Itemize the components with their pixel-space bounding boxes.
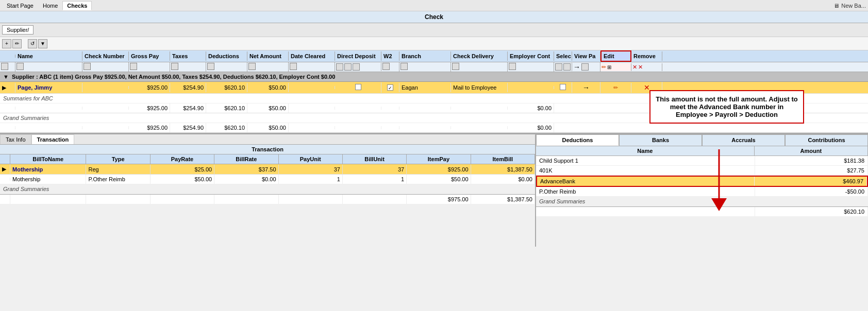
col-edit[interactable]: Edit — [600, 50, 631, 62]
filter-dd-icon1 — [336, 63, 343, 71]
col-expand — [0, 55, 15, 58]
transaction-grand-values: $975.00 $1,387.50 — [0, 194, 535, 204]
row-view[interactable]: → — [572, 82, 600, 93]
filter-direct-deposit[interactable] — [335, 63, 381, 71]
filter-taxes[interactable] — [170, 62, 206, 72]
col-direct-deposit[interactable]: Direct Deposit — [335, 51, 381, 61]
edit-pencil-icon[interactable]: ✏ — [602, 64, 606, 71]
svg-marker-1 — [711, 198, 727, 211]
filter-employer-cont[interactable] — [508, 62, 554, 72]
filter-name[interactable] — [15, 62, 82, 72]
direct-deposit-checkbox[interactable] — [355, 84, 361, 90]
col-name[interactable]: Name — [15, 51, 82, 61]
remove-x2-icon[interactable]: ✕ — [638, 64, 643, 71]
row-taxes: $254.90 — [170, 83, 206, 92]
add-icon[interactable]: + — [2, 39, 11, 48]
filter-net-amount[interactable] — [247, 62, 289, 72]
right-tab-accruals[interactable]: Accruals — [702, 134, 785, 146]
filter-dd-icon3 — [353, 63, 360, 71]
filter-ec-icon — [509, 63, 516, 70]
right-row-1[interactable]: Child Support 1 $181.38 — [536, 156, 868, 166]
remove-x-icon[interactable]: ✕ — [632, 64, 637, 71]
tab-tax-info[interactable]: Tax Info — [0, 134, 31, 144]
row-check-delivery: Mail to Employee — [451, 83, 508, 92]
tab-transaction[interactable]: Transaction — [31, 134, 75, 144]
col-gross-pay[interactable]: Gross Pay — [129, 51, 170, 61]
filter-w2-icon — [382, 63, 390, 70]
filter-gross-pay[interactable] — [129, 62, 170, 72]
tr1-type: Reg — [86, 165, 150, 174]
col-net-amount[interactable]: Net Amount — [247, 51, 289, 61]
filter-branch[interactable] — [399, 62, 451, 72]
view-arrow-icon: → — [582, 83, 590, 92]
col-employer-cont[interactable]: Employer Cont — [508, 51, 554, 61]
transaction-row-1[interactable]: ▶ Mothership Reg $25.00 $37.50 37 37 $92… — [0, 164, 535, 175]
rr2-amount: $27.75 — [755, 166, 868, 175]
col-date-cleared[interactable]: Date Cleared — [289, 51, 335, 61]
main-toolbar: + ✏ ↺ ▼ — [0, 37, 868, 50]
th-item-bill[interactable]: ItemBill — [471, 154, 535, 164]
row-expand[interactable]: ▶ — [0, 83, 15, 93]
supplier-collapse-icon[interactable]: ▼ — [3, 74, 9, 80]
w2-checkbox[interactable] — [387, 84, 393, 91]
gs-taxes: $254.90 — [170, 123, 206, 132]
filter-edit: ✏ ⊞ — [600, 63, 631, 71]
tab-checks[interactable]: Checks — [62, 1, 92, 10]
filter-date-cleared-icon — [290, 63, 297, 70]
refresh-icon[interactable]: ↺ — [28, 39, 37, 48]
filter-icon[interactable]: ▼ — [38, 39, 47, 48]
window-title: Check — [0, 11, 868, 23]
rg-amount: $620.10 — [755, 207, 868, 216]
th-bill-to-name[interactable]: BillToName — [10, 154, 86, 164]
sv-w2 — [381, 107, 399, 110]
col-deductions[interactable]: Deductions — [206, 51, 247, 61]
supplier-tab[interactable]: Supplier/ — [2, 25, 34, 34]
grid-filter-row: → ✏ ⊞ ✕ ✕ — [0, 62, 868, 72]
th-pay-unit[interactable]: PayUnit — [279, 154, 343, 164]
col-w2[interactable]: W2 — [381, 51, 399, 61]
row-edit[interactable]: ✏ — [600, 83, 631, 93]
grand-summaries-values: $925.00 $254.90 $620.10 $50.00 $0.00 — [0, 123, 868, 133]
tg-item-bill: $1,387.50 — [471, 195, 535, 204]
th-bill-unit[interactable]: BillUnit — [343, 154, 407, 164]
tab-home[interactable]: Home — [38, 1, 62, 10]
tr2-bill-to-name: Mothership — [10, 175, 86, 184]
right-tab-contributions[interactable]: Contributions — [785, 134, 868, 146]
col-check-delivery[interactable]: Check Delivery — [451, 51, 508, 61]
right-tab-deductions[interactable]: Deductions — [536, 134, 619, 146]
filter-sel-icon2 — [563, 63, 571, 71]
filter-add-icon[interactable] — [1, 63, 8, 70]
th-bill-rate[interactable]: BillRate — [214, 154, 278, 164]
tr1-expand[interactable]: ▶ — [0, 164, 10, 174]
right-tab-banks[interactable]: Banks — [619, 134, 702, 146]
filter-check-delivery[interactable] — [451, 62, 508, 72]
th-type[interactable]: Type — [86, 154, 150, 164]
filter-deductions[interactable] — [206, 62, 247, 72]
select-checkbox[interactable] — [560, 84, 566, 90]
gs-gross-pay: $925.00 — [129, 123, 170, 132]
edit-row-icon[interactable]: ✏ — [613, 84, 618, 91]
sv-date — [289, 107, 335, 110]
edit-icon[interactable]: ✏ — [12, 39, 22, 48]
rr1-amount: $181.38 — [755, 156, 868, 165]
filter-date-cleared[interactable] — [289, 62, 335, 72]
filter-check-number-icon — [84, 63, 91, 70]
th-pay-rate[interactable]: PayRate — [151, 154, 214, 164]
col-branch[interactable]: Branch — [399, 51, 451, 61]
edit-copy-icon[interactable]: ⊞ — [607, 64, 611, 70]
tab-start-page[interactable]: Start Page — [2, 1, 38, 10]
col-check-number[interactable]: Check Number — [82, 51, 129, 61]
th-item-pay[interactable]: ItemPay — [407, 154, 471, 164]
transaction-row-2[interactable]: Mothership P.Other Reimb $50.00 $0.00 1 … — [0, 175, 535, 184]
filter-view: → — [572, 62, 600, 72]
gs-check — [82, 126, 129, 129]
bottom-right-panel: Deductions Banks Accruals Contributions … — [536, 134, 868, 247]
right-row-2[interactable]: 401K $27.75 — [536, 166, 868, 176]
filter-w2[interactable] — [381, 62, 399, 72]
right-row-4[interactable]: P.Other Reimb -$50.00 — [536, 187, 868, 197]
right-row-3[interactable]: AdvanceBank $460.97 — [536, 176, 868, 187]
col-taxes[interactable]: Taxes — [170, 51, 206, 61]
filter-check-number[interactable] — [82, 62, 129, 72]
right-grand-label: Grand Summaries — [536, 197, 868, 206]
remove-row-icon[interactable]: ✕ — [644, 83, 650, 92]
